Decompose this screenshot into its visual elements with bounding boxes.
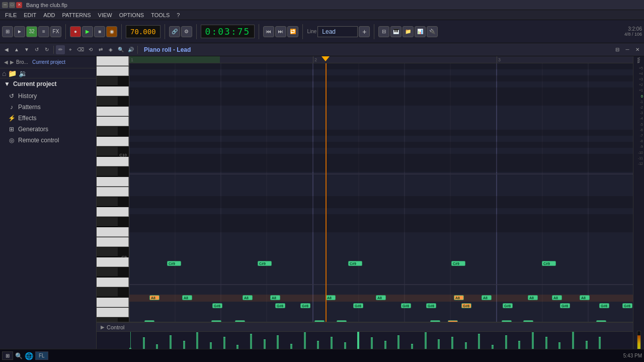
note-fs8-1[interactable]: F#8 bbox=[144, 320, 154, 322]
minimize-button[interactable]: ─ bbox=[2, 2, 8, 8]
deform-tool-button[interactable]: ⟲ bbox=[86, 45, 95, 54]
browser-button[interactable]: 📁 bbox=[403, 26, 414, 37]
menu-view[interactable]: VIEW bbox=[95, 11, 115, 19]
menu-edit[interactable]: EDIT bbox=[21, 11, 39, 19]
note-gs8-8[interactable]: G#8 bbox=[503, 303, 513, 308]
note-gs8-2[interactable]: G#8 bbox=[275, 303, 285, 308]
note-fs8-3[interactable]: F#8 bbox=[235, 320, 245, 322]
note-fs8-5[interactable]: F#8 bbox=[337, 320, 347, 322]
note-gs8-3[interactable]: G#8 bbox=[300, 303, 310, 308]
channel-display[interactable]: Lead bbox=[317, 26, 358, 37]
sidebar-folder-button[interactable]: 📁 bbox=[8, 69, 17, 77]
glue-button[interactable]: ◈ bbox=[106, 45, 115, 54]
note-2[interactable]: C#9 bbox=[258, 261, 272, 266]
detach-button[interactable]: ⊟ bbox=[613, 45, 622, 54]
note-gs8-11[interactable]: G#8 bbox=[622, 303, 632, 308]
mixer-button[interactable]: ≡ bbox=[38, 26, 49, 37]
note-a8-4[interactable]: A8 bbox=[270, 295, 280, 300]
menu-file[interactable]: FILE bbox=[2, 11, 20, 19]
pencil-tool-button[interactable]: ✏ bbox=[56, 45, 65, 54]
grid-container[interactable]: 1 2 3 bbox=[129, 56, 633, 322]
redo-button[interactable]: ↻ bbox=[42, 45, 51, 54]
close-button[interactable]: ✕ bbox=[16, 2, 22, 8]
start-button[interactable]: ⊞ bbox=[2, 351, 13, 360]
note-5[interactable]: C#9 bbox=[542, 261, 556, 266]
note-gs8-1[interactable]: G#8 bbox=[212, 303, 222, 308]
sidebar-item-history[interactable]: ↺ History bbox=[0, 90, 96, 102]
note-fs8-6[interactable]: F#8 bbox=[430, 320, 440, 322]
note-a8-2[interactable]: A8 bbox=[182, 295, 192, 300]
rewind-button[interactable]: ⏮ bbox=[263, 26, 274, 37]
note-a8-1[interactable]: A8 bbox=[149, 295, 159, 300]
sidebar-item-generators[interactable]: ⊞ Generators bbox=[0, 124, 96, 135]
note-fs8-10[interactable]: F#8 bbox=[596, 320, 606, 322]
note-gs8-4[interactable]: G#8 bbox=[353, 303, 363, 308]
zoom-out-button[interactable]: 🔊 bbox=[126, 45, 135, 54]
settings-button[interactable]: ⚙ bbox=[181, 26, 192, 37]
sidebar-speaker-button[interactable]: 🔉 bbox=[19, 69, 27, 77]
note-fs8-2[interactable]: F#8 bbox=[211, 320, 221, 322]
song-mode-button[interactable]: ► bbox=[14, 26, 25, 37]
nav-down-button[interactable]: ▼ bbox=[22, 45, 31, 54]
loop-button[interactable]: 🔁 bbox=[287, 26, 298, 37]
close-roll-button[interactable]: ✕ bbox=[633, 45, 642, 54]
stop-button[interactable]: ■ bbox=[94, 26, 105, 37]
note-a8-5[interactable]: A8 bbox=[326, 295, 336, 300]
zoom-in-button[interactable]: 🔍 bbox=[116, 45, 125, 54]
piano-keys[interactable]: C10 C9 bbox=[97, 56, 129, 322]
sidebar-item-patterns[interactable]: ♪ Patterns bbox=[0, 102, 96, 113]
note-gs8-5[interactable]: G#8 bbox=[401, 303, 411, 308]
piano-roll-button[interactable]: 🎹 bbox=[390, 26, 401, 37]
select-tool-button[interactable]: ⌖ bbox=[66, 45, 75, 54]
forward-button[interactable]: ⏭ bbox=[275, 26, 286, 37]
sidebar-fwd-button[interactable]: ▶ bbox=[10, 59, 14, 65]
record-button[interactable]: ● bbox=[70, 26, 81, 37]
fx-button[interactable]: FX bbox=[50, 26, 61, 37]
mirror-button[interactable]: ⇄ bbox=[96, 45, 105, 54]
note-1[interactable]: C#9 bbox=[167, 261, 181, 266]
undo-button[interactable]: ↺ bbox=[32, 45, 41, 54]
note-gs8-10[interactable]: G#8 bbox=[599, 303, 609, 308]
note-3[interactable]: C#9 bbox=[348, 261, 362, 266]
note-fs8-9[interactable]: F#8 bbox=[523, 320, 533, 322]
menu-help[interactable]: ? bbox=[174, 11, 183, 19]
sidebar-item-remote[interactable]: ◎ Remote control bbox=[0, 135, 96, 146]
menu-patterns[interactable]: PATTERNS bbox=[59, 11, 94, 19]
note-a8-3[interactable]: A8 bbox=[243, 295, 253, 300]
menu-add[interactable]: ADD bbox=[40, 11, 58, 19]
mixer-view-button[interactable]: 📊 bbox=[415, 26, 426, 37]
window-controls[interactable]: ─ □ ✕ bbox=[2, 2, 22, 8]
search-taskbar-button[interactable]: 🔍 bbox=[15, 352, 23, 359]
note-fs8-8[interactable]: F#8 bbox=[502, 320, 512, 322]
note-gs8-6[interactable]: G#8 bbox=[426, 303, 436, 308]
sidebar-item-effects[interactable]: ⚡ Effects bbox=[0, 113, 96, 124]
note-gs8-9[interactable]: G#8 bbox=[560, 303, 570, 308]
erase-tool-button[interactable]: ⌫ bbox=[76, 45, 85, 54]
sidebar-home-button[interactable]: ⌂ bbox=[2, 69, 6, 77]
note-a8-9[interactable]: A8 bbox=[528, 295, 538, 300]
note-a8-11[interactable]: A8 bbox=[580, 295, 590, 300]
render-button[interactable]: ◉ bbox=[106, 26, 117, 37]
fl-studio-button[interactable]: FL bbox=[35, 351, 48, 360]
plugin-button[interactable]: 🔌 bbox=[427, 26, 438, 37]
note-a8-7[interactable]: A8 bbox=[454, 295, 464, 300]
note-4[interactable]: C#9 bbox=[451, 261, 465, 266]
play-button[interactable]: ▶ bbox=[82, 26, 93, 37]
minimize-roll-button[interactable]: ─ bbox=[623, 45, 632, 54]
nav-back-button[interactable]: ◀ bbox=[2, 45, 11, 54]
step-edit-button[interactable]: ⊞ bbox=[2, 26, 13, 37]
nav-up-button[interactable]: ▲ bbox=[12, 45, 21, 54]
note-a8-6[interactable]: A8 bbox=[376, 295, 386, 300]
playlist-button[interactable]: ⊟ bbox=[378, 26, 389, 37]
tempo-display[interactable]: 70.000 bbox=[126, 25, 160, 38]
menu-options[interactable]: OPTIONS bbox=[116, 11, 147, 19]
maximize-button[interactable]: □ bbox=[9, 2, 15, 8]
note-gs8-7[interactable]: G#8 bbox=[461, 303, 471, 308]
menu-tools[interactable]: TOOLS bbox=[148, 11, 173, 19]
note-a8-8[interactable]: A8 bbox=[481, 295, 492, 300]
taskbar-ie[interactable]: 🌐 bbox=[25, 352, 33, 360]
link-button[interactable]: 🔗 bbox=[169, 26, 180, 37]
sidebar-current-project[interactable]: ▼ Current project bbox=[0, 78, 96, 89]
pattern-button[interactable]: 32 bbox=[26, 26, 37, 37]
grid-content[interactable]: C#9 C#9 C#9 C#9 C#9 A8 A8 A8 A8 A8 A8 A8… bbox=[129, 63, 633, 322]
